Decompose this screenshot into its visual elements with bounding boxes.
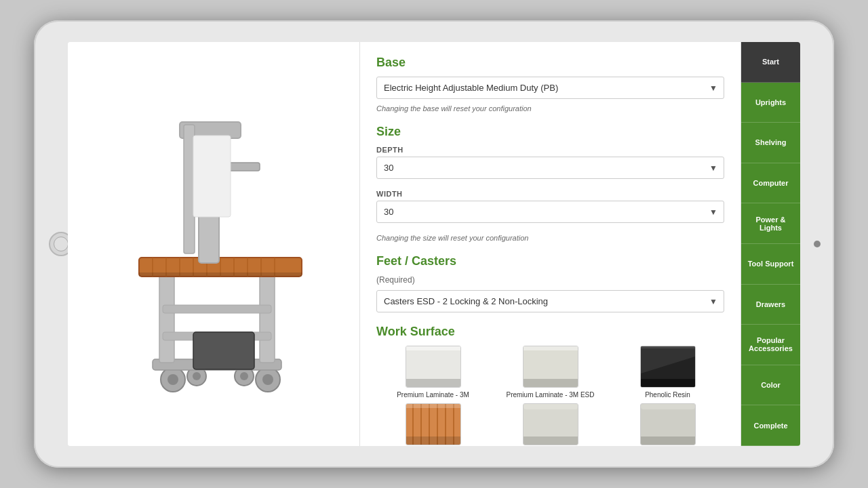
- svg-rect-25: [139, 272, 302, 277]
- svg-rect-38: [641, 379, 695, 387]
- size-section: Size DEPTH 24 30 36 ▼: [376, 125, 724, 242]
- depth-dropdown-wrapper: 24 30 36 ▼: [376, 157, 724, 179]
- svg-rect-49: [406, 436, 460, 445]
- workbench-illustration: [98, 95, 329, 393]
- screen: Base Electric Height Adjustable Medium D…: [68, 42, 800, 446]
- nav-item-complete[interactable]: Complete: [741, 405, 800, 446]
- nav-item-color[interactable]: Color: [741, 365, 800, 406]
- surface-label-phenolic-resin: Phenolic Resin: [645, 390, 690, 399]
- svg-rect-30: [193, 136, 231, 217]
- width-field: WIDTH 24 30 36 48 60 72 ▼: [376, 190, 724, 228]
- surface-thumb-premium-laminate-post-formed: [523, 403, 578, 445]
- nav-item-computer[interactable]: Computer: [741, 163, 800, 204]
- svg-point-3: [262, 374, 273, 385]
- nav-item-start[interactable]: Start: [741, 42, 800, 83]
- svg-rect-32: [406, 379, 460, 387]
- svg-point-7: [240, 372, 248, 380]
- nav-item-drawers[interactable]: Drawers: [741, 285, 800, 325]
- depth-field: DEPTH 24 30 36 ▼: [376, 146, 724, 184]
- feet-casters-title: Feet / Casters: [376, 254, 724, 268]
- nav-item-tool-support[interactable]: Tool Support: [741, 244, 800, 285]
- size-row: DEPTH 24 30 36 ▼ WIDTH: [376, 146, 724, 228]
- svg-rect-52: [524, 404, 578, 409]
- svg-rect-35: [524, 379, 578, 387]
- surface-item-premium-laminate-post-formed[interactable]: Premium Laminate - Post Formed: [494, 403, 607, 446]
- ipad-frame: Base Electric Height Adjustable Medium D…: [34, 20, 834, 468]
- surface-thumb-phenolic-resin: [640, 346, 696, 388]
- work-surface-grid: Premium Laminate - 3M Premium Laminate -…: [376, 346, 724, 446]
- size-reset-note: Changing the size will reset your config…: [376, 234, 724, 242]
- feet-casters-select[interactable]: Casters ESD - 2 Locking & 2 Non-Locking …: [376, 290, 724, 312]
- base-reset-note: Changing the base will reset your config…: [376, 104, 724, 113]
- svg-point-1: [167, 374, 178, 385]
- surface-item-premium-laminate-3m-esd[interactable]: Premium Laminate - 3M ESD: [494, 346, 607, 399]
- surface-item-premium-laminate-3m[interactable]: Premium Laminate - 3M: [376, 346, 490, 399]
- width-select[interactable]: 24 30 36 48 60 72: [376, 201, 724, 223]
- base-section: Base Electric Height Adjustable Medium D…: [376, 56, 724, 113]
- surface-item-hardwood-maple[interactable]: Hardwood Maple: [376, 403, 490, 446]
- size-title: Size: [376, 125, 724, 139]
- svg-rect-48: [406, 404, 460, 408]
- width-dropdown-wrapper: 24 30 36 48 60 72 ▼: [376, 201, 724, 223]
- depth-select[interactable]: 24 30 36: [376, 157, 724, 179]
- home-button-inner: [54, 237, 68, 251]
- surface-item-phenolic-resin[interactable]: Phenolic Resin: [611, 346, 724, 399]
- svg-rect-40: [641, 346, 695, 348]
- base-dropdown-wrapper: Electric Height Adjustable Medium Duty (…: [376, 77, 724, 99]
- svg-rect-55: [641, 404, 695, 409]
- svg-rect-13: [193, 332, 254, 369]
- svg-rect-36: [524, 346, 578, 350]
- work-surface-title: Work Surface: [376, 325, 724, 339]
- surface-thumb-premium-laminate-post-formed-esd: [640, 403, 696, 445]
- surface-label-premium-laminate-3m: Premium Laminate - 3M: [397, 390, 469, 399]
- surface-thumb-premium-laminate-3m: [406, 346, 461, 388]
- nav-item-power-lights[interactable]: Power & Lights: [741, 203, 800, 244]
- base-title: Base: [376, 56, 724, 70]
- surface-label-premium-laminate-3m-esd: Premium Laminate - 3M ESD: [506, 390, 594, 399]
- nav-item-uprights[interactable]: Uprights: [741, 83, 800, 123]
- surface-item-premium-laminate-post-formed-esd[interactable]: Premium Laminate - Post Formed ESD: [611, 403, 724, 446]
- config-panel: Base Electric Height Adjustable Medium D…: [359, 42, 741, 446]
- svg-rect-54: [641, 436, 695, 445]
- work-surface-section: Work Surface Premium Laminate - 3M: [376, 325, 724, 446]
- svg-rect-33: [406, 346, 460, 350]
- feet-casters-dropdown-wrapper: Casters ESD - 2 Locking & 2 Non-Locking …: [376, 290, 724, 312]
- product-panel: [68, 42, 359, 446]
- nav-item-popular-accessories[interactable]: Popular Accessories: [741, 325, 800, 365]
- svg-rect-11: [163, 305, 271, 313]
- depth-label: DEPTH: [376, 146, 724, 154]
- nav-item-shelving[interactable]: Shelving: [741, 123, 800, 163]
- camera-dot: [814, 241, 821, 247]
- width-label: WIDTH: [376, 190, 724, 198]
- svg-rect-51: [524, 436, 578, 445]
- surface-thumb-premium-laminate-3m-esd: [523, 346, 578, 388]
- base-select[interactable]: Electric Height Adjustable Medium Duty (…: [376, 77, 724, 99]
- feet-casters-section: Feet / Casters (Required) Casters ESD - …: [376, 254, 724, 312]
- right-nav: Start Uprights Shelving Computer Power &…: [741, 42, 800, 446]
- surface-thumb-hardwood-maple: [406, 403, 461, 445]
- required-label: (Required): [376, 275, 724, 285]
- svg-point-5: [193, 372, 201, 380]
